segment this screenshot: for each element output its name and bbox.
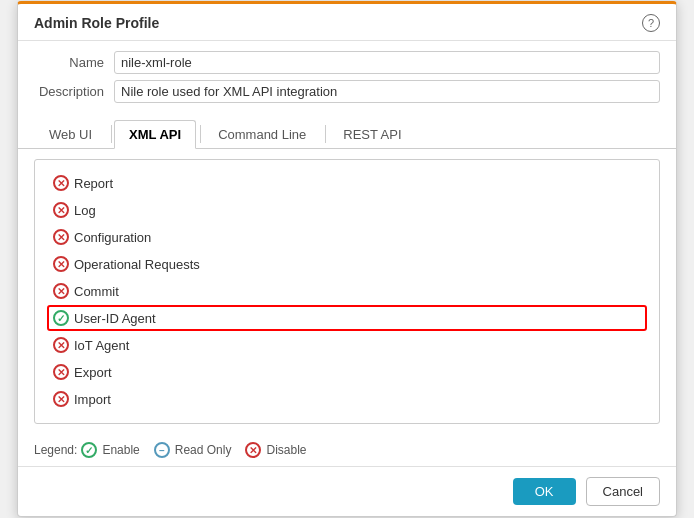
form-section: Name Description bbox=[18, 41, 676, 115]
legend-prefix: Legend: bbox=[34, 443, 77, 457]
enable-icon: ✓ bbox=[81, 442, 97, 458]
legend-readonly-label: Read Only bbox=[175, 443, 232, 457]
description-input[interactable] bbox=[114, 80, 660, 103]
permission-label: Log bbox=[74, 203, 96, 218]
permissions-panel: ✕Report✕Log✕Configuration✕Operational Re… bbox=[34, 159, 660, 424]
tab-rest-api[interactable]: REST API bbox=[328, 120, 416, 149]
permission-label: Commit bbox=[74, 284, 119, 299]
permission-item-report[interactable]: ✕Report bbox=[47, 170, 647, 196]
tabs-bar: Web UI XML API Command Line REST API bbox=[18, 119, 676, 149]
legend-enable-label: Enable bbox=[102, 443, 139, 457]
tab-divider-1 bbox=[111, 125, 112, 143]
name-input[interactable] bbox=[114, 51, 660, 74]
dialog-title: Admin Role Profile bbox=[34, 15, 159, 31]
x-icon: ✕ bbox=[53, 256, 69, 272]
tab-web-ui[interactable]: Web UI bbox=[34, 120, 107, 149]
cancel-button[interactable]: Cancel bbox=[586, 477, 660, 506]
permission-item-commit[interactable]: ✕Commit bbox=[47, 278, 647, 304]
x-icon: ✕ bbox=[53, 364, 69, 380]
description-row: Description bbox=[34, 80, 660, 103]
name-row: Name bbox=[34, 51, 660, 74]
legend-disable: ✕ Disable bbox=[245, 442, 306, 458]
permission-item-import[interactable]: ✕Import bbox=[47, 386, 647, 412]
x-icon: ✕ bbox=[53, 283, 69, 299]
check-icon: ✓ bbox=[53, 310, 69, 326]
permission-item-log[interactable]: ✕Log bbox=[47, 197, 647, 223]
permission-item-configuration[interactable]: ✕Configuration bbox=[47, 224, 647, 250]
readonly-icon: – bbox=[154, 442, 170, 458]
permission-item-user-id-agent[interactable]: ✓User-ID Agent bbox=[47, 305, 647, 331]
x-icon: ✕ bbox=[53, 175, 69, 191]
x-icon: ✕ bbox=[53, 391, 69, 407]
permission-label: Operational Requests bbox=[74, 257, 200, 272]
legend-readonly: – Read Only bbox=[154, 442, 232, 458]
description-label: Description bbox=[34, 84, 114, 99]
admin-role-profile-dialog: Admin Role Profile ? Name Description We… bbox=[17, 1, 677, 517]
tab-command-line[interactable]: Command Line bbox=[203, 120, 321, 149]
permission-label: Export bbox=[74, 365, 112, 380]
permission-label: User-ID Agent bbox=[74, 311, 156, 326]
permission-label: Configuration bbox=[74, 230, 151, 245]
legend-enable: ✓ Enable bbox=[81, 442, 139, 458]
disable-icon: ✕ bbox=[245, 442, 261, 458]
legend-disable-label: Disable bbox=[266, 443, 306, 457]
permission-label: IoT Agent bbox=[74, 338, 129, 353]
permission-label: Report bbox=[74, 176, 113, 191]
x-icon: ✕ bbox=[53, 229, 69, 245]
name-label: Name bbox=[34, 55, 114, 70]
permission-item-iot-agent[interactable]: ✕IoT Agent bbox=[47, 332, 647, 358]
x-icon: ✕ bbox=[53, 337, 69, 353]
tab-xml-api[interactable]: XML API bbox=[114, 120, 196, 149]
legend: Legend: ✓ Enable – Read Only ✕ Disable bbox=[18, 434, 676, 466]
permission-item-export[interactable]: ✕Export bbox=[47, 359, 647, 385]
permission-label: Import bbox=[74, 392, 111, 407]
tab-divider-2 bbox=[200, 125, 201, 143]
ok-button[interactable]: OK bbox=[513, 478, 576, 505]
help-icon[interactable]: ? bbox=[642, 14, 660, 32]
tab-divider-3 bbox=[325, 125, 326, 143]
dialog-footer: OK Cancel bbox=[18, 466, 676, 516]
x-icon: ✕ bbox=[53, 202, 69, 218]
dialog-header: Admin Role Profile ? bbox=[18, 4, 676, 41]
permission-item-operational-requests[interactable]: ✕Operational Requests bbox=[47, 251, 647, 277]
